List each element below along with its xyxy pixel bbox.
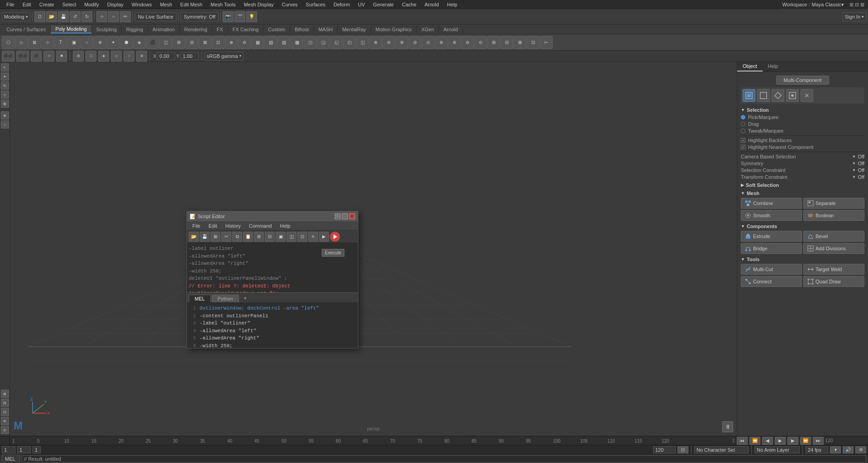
add-divisions-btn[interactable]: Add Divisions (803, 243, 864, 254)
tc-btn1[interactable]: ⬛⬛ (2, 51, 14, 62)
shelf-icon-37[interactable]: ⊝ (474, 36, 487, 49)
tc-btn5[interactable]: ✱ (56, 51, 67, 62)
shelf-icon-15[interactable]: ⊟ (186, 36, 198, 49)
viewport[interactable]: persp M Y X Z ⏸ 📝 Script Editor (10, 62, 737, 436)
shelf-icon-34[interactable]: ⊚ (435, 36, 448, 49)
tl-prev-frame[interactable]: ⏪ (749, 437, 760, 445)
shelf-icon-3[interactable]: ⊠ (28, 36, 41, 49)
move-btn[interactable]: ✦ (1, 72, 9, 81)
comp-vertex-btn[interactable] (786, 89, 799, 102)
shelf-icon-27[interactable]: ◰ (343, 36, 356, 49)
restore-btn[interactable]: □ (342, 213, 348, 220)
shelf-icon-36[interactable]: ⊜ (461, 36, 474, 49)
se-open-btn[interactable]: 📂 (189, 232, 199, 242)
components-section-header[interactable]: ▼ Components (741, 224, 864, 229)
tc-btn2[interactable]: ⬛⬛ (16, 51, 29, 62)
se-paste-btn[interactable]: 📋 (243, 232, 253, 242)
drag-radio[interactable] (741, 122, 745, 126)
tab-animation[interactable]: Animation (148, 26, 180, 33)
scale-btn[interactable]: ⊹ (1, 91, 9, 99)
shelf-icon-17[interactable]: ⊡ (212, 36, 224, 49)
combine-btn[interactable]: Combine (741, 198, 802, 209)
shelf-icon-14[interactable]: ⊞ (172, 36, 185, 49)
script-editor-titlebar[interactable]: 📝 Script Editor _ □ ✕ (187, 211, 358, 221)
tools-section-header[interactable]: ▼ Tools (741, 257, 864, 262)
minimize-btn[interactable]: _ (334, 213, 341, 220)
se-tab-mel[interactable]: MEL (189, 295, 211, 302)
shelf-icon-16[interactable]: ⊠ (199, 36, 211, 49)
shelf-icon-38[interactable]: ⊞ (487, 36, 500, 49)
sign-in-btn[interactable]: Sign In ▾ (843, 12, 866, 21)
menu-arnold[interactable]: Arnold (421, 1, 443, 8)
tab-mentalray[interactable]: MentalRay (338, 26, 371, 33)
se-tab-python[interactable]: Python (212, 295, 239, 302)
mode-selector[interactable]: Modeling ▾ (2, 12, 30, 21)
tc-btn3[interactable]: ⬛ (31, 51, 42, 62)
pause-button[interactable]: ⏸ (722, 421, 733, 432)
shelf-icon-6[interactable]: ▣ (67, 36, 80, 49)
fps-display[interactable] (806, 446, 828, 453)
smooth-btn[interactable]: Smooth (741, 210, 802, 221)
menu-modify[interactable]: Modify (81, 1, 102, 8)
tab-curves-surfaces[interactable]: Curves / Surfaces (2, 26, 51, 33)
undo-btn[interactable]: ↺ (70, 11, 81, 22)
shelf-icon-4[interactable]: ⊹ (41, 36, 54, 49)
no-character-set[interactable]: No Character Set (694, 446, 749, 453)
shelf-icon-31[interactable]: ⊗ (396, 36, 408, 49)
menu-display[interactable]: Display (104, 1, 127, 8)
range-end-btn[interactable]: ⊡ (677, 446, 688, 453)
extrude-btn[interactable]: Extrude (741, 231, 802, 242)
tl-play[interactable]: ▶ (775, 437, 786, 445)
tab-rendering[interactable]: Rendering (180, 26, 212, 33)
save-file-btn[interactable]: 💾 (58, 11, 69, 22)
tc-grid-btn[interactable]: ⊞ (73, 51, 84, 62)
shelf-icon-10[interactable]: ⬢ (120, 36, 133, 49)
se-menu-command[interactable]: Command (245, 223, 276, 229)
shelf-icon-35[interactable]: ⊛ (448, 36, 461, 49)
menu-mesh-tools[interactable]: Mesh Tools (207, 1, 239, 8)
se-copy-btn[interactable]: ⧉ (232, 232, 242, 242)
mesh-section-header[interactable]: ▼ Mesh (741, 191, 864, 196)
se-layout-btn5[interactable]: ⊡ (297, 232, 307, 242)
menu-select[interactable]: Select (59, 1, 80, 8)
tc-btn4[interactable]: ⊹ (43, 51, 54, 62)
select-tool-btn[interactable]: ⊹ (96, 11, 107, 22)
multi-component-btn[interactable]: Multi-Component (776, 76, 830, 85)
target-weld-btn[interactable]: Target Weld (803, 264, 864, 275)
open-file-btn[interactable]: 📂 (46, 11, 57, 22)
tl-goto-start[interactable]: ⏮ (737, 437, 748, 445)
se-play-btn[interactable]: ▶ (319, 232, 329, 242)
redo-btn[interactable]: ↻ (81, 11, 92, 22)
tab-motion-graphics[interactable]: Motion Graphics (371, 26, 417, 33)
highlight-backfaces-cb[interactable]: ✓ (741, 138, 745, 143)
shelf-icon-22[interactable]: ▨ (277, 36, 290, 49)
menu-deform[interactable]: Deform (330, 1, 353, 8)
se-tab-add[interactable]: + (240, 294, 251, 302)
shelf-icon-7[interactable]: ○ (81, 36, 93, 49)
shelf-icon-33[interactable]: ⊙ (422, 36, 434, 49)
shelf-icon-32[interactable]: ⊘ (409, 36, 421, 49)
mel-indicator[interactable]: MEL (2, 454, 20, 463)
workspace-selector[interactable]: Workspace : Maya Classic▾ ⊞ ⊟ ⊠ (779, 0, 868, 9)
shelf-icon-39[interactable]: ⊟ (501, 36, 513, 49)
se-execute-btn[interactable] (330, 232, 340, 242)
color-space-selector[interactable]: sRGB gamma ▾ (205, 52, 243, 61)
tab-rigging[interactable]: Rigging (122, 26, 148, 33)
camera-btn[interactable]: 📷 (223, 11, 234, 22)
snap-btn[interactable]: ⊕ (1, 111, 9, 119)
shelf-icon-9[interactable]: ✦ (107, 36, 119, 49)
menu-curves[interactable]: Curves (278, 1, 301, 8)
quad-draw-btn[interactable]: Quad Draw (803, 276, 864, 287)
se-cut-btn[interactable]: ✂ (221, 232, 231, 242)
shelf-icon-30[interactable]: ⊖ (382, 36, 395, 49)
rp-tab-help[interactable]: Help (763, 62, 784, 72)
tab-poly-modeling[interactable]: Poly Modeling (51, 25, 91, 33)
shelf-icon-19[interactable]: ⊘ (238, 36, 251, 49)
soft-mod-btn[interactable]: ○ (1, 120, 9, 129)
shelf-icon-13[interactable]: ◫ (159, 36, 172, 49)
view-btn5[interactable]: ⊙ (1, 426, 9, 434)
paint-btn[interactable]: ✏ (120, 11, 131, 22)
tc-view-btn2[interactable]: ◈ (98, 51, 109, 62)
shelf-icon-21[interactable]: ▧ (264, 36, 277, 49)
frame-start-input[interactable] (2, 446, 15, 453)
